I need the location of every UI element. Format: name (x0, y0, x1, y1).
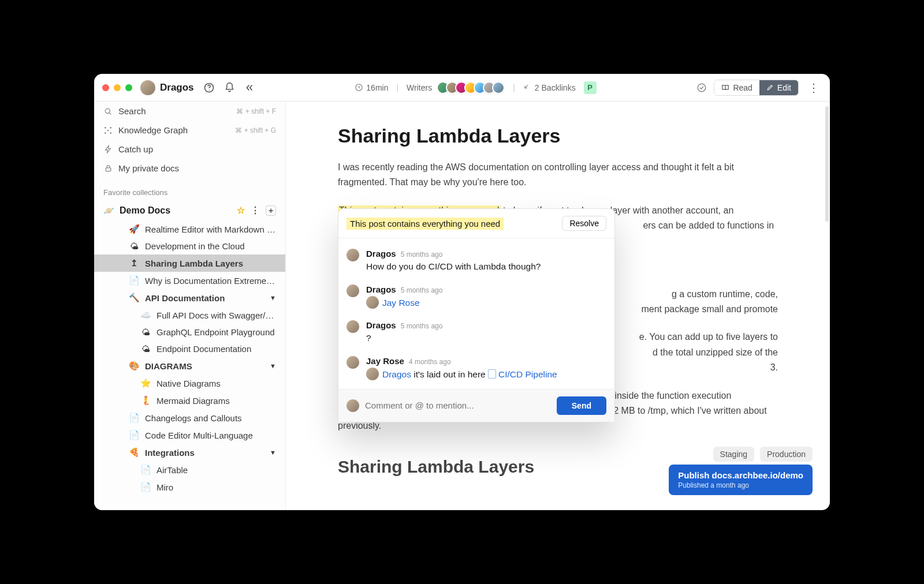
chevron-down-icon[interactable]: ▼ (270, 449, 276, 456)
tree-item[interactable]: 📄AirTable (94, 461, 285, 478)
send-button[interactable]: Send (557, 396, 606, 415)
doc-icon: ⭐ (140, 378, 151, 388)
add-doc-icon[interactable]: + (266, 205, 276, 216)
tree-item-label: AirTable (157, 465, 276, 475)
user-chip[interactable]: Dragos (140, 80, 194, 95)
doc-tree: 🚀Realtime Editor with Markdown Sho…🌤Deve… (94, 220, 285, 496)
svg-rect-10 (106, 168, 111, 171)
publish-banner[interactable]: Publish docs.archbee.io/demo Published a… (669, 465, 813, 495)
tree-item[interactable]: 🍕Integrations▼ (94, 444, 285, 461)
task-check-icon[interactable] (696, 83, 707, 93)
username: Dragos (160, 82, 194, 93)
user-mention[interactable]: Dragos (382, 369, 411, 379)
comment-author: Dragos (366, 284, 396, 294)
doc-icon: 📄 (129, 275, 139, 286)
header-right: Read Edit ⋮ (696, 80, 822, 96)
star-icon[interactable]: ☆ (237, 205, 245, 216)
svg-point-3 (698, 84, 706, 92)
notifications-icon[interactable] (224, 82, 235, 93)
avatar (366, 296, 379, 309)
search-button[interactable]: Search ⌘ + shift + F (94, 102, 285, 121)
avatar (366, 368, 379, 380)
svg-point-1 (208, 89, 209, 90)
help-icon[interactable] (203, 82, 215, 93)
tree-item-label: Endpoint Documentation (157, 344, 276, 354)
chevron-down-icon[interactable]: ▼ (270, 362, 276, 369)
resolve-button[interactable]: Resolve (562, 216, 606, 231)
svg-point-4 (105, 108, 110, 113)
tree-item[interactable]: 📄Why is Documentation Extremely I… (94, 272, 285, 289)
writers-label[interactable]: Writers (407, 83, 432, 92)
avatar (140, 80, 155, 95)
tree-item[interactable]: 📄Changelogs and Callouts (94, 409, 285, 426)
private-docs-button[interactable]: My private docs (94, 159, 285, 178)
read-mode-button[interactable]: Read (714, 80, 759, 95)
doc-icon: 📄 (129, 430, 139, 440)
comment-input[interactable] (365, 400, 551, 410)
window-controls (102, 84, 132, 91)
close-window-icon[interactable] (102, 84, 109, 91)
collection-icon: 🪐 (103, 205, 114, 216)
tag-production[interactable]: Production (760, 447, 813, 462)
sidebar: Search ⌘ + shift + F Knowledge Graph ⌘ +… (94, 102, 286, 510)
tree-item[interactable]: ☁️Full API Docs with Swagger/Op… (94, 306, 285, 324)
tree-item-label: Full API Docs with Swagger/Op… (157, 310, 276, 320)
doc-icon: 🌤 (129, 241, 139, 251)
comment-list: Dragos5 months agoHow do you do CI/CD wi… (338, 238, 614, 389)
tree-item-label: Code Editor Multi-Language (145, 430, 276, 440)
lightning-icon (103, 145, 113, 154)
tree-item[interactable]: 🎨DIAGRAMS▼ (94, 357, 285, 375)
comment: Jay Rose4 months agoDragos it's laid out… (346, 350, 606, 387)
comment-time: 5 months ago (401, 322, 443, 330)
tree-item-label: Changelogs and Callouts (145, 413, 276, 423)
doc-icon: 📄 (140, 465, 151, 475)
tree-item[interactable]: 📄Miro (94, 478, 285, 496)
doc-icon: 📄 (140, 482, 151, 492)
tree-item[interactable]: ⭐Native Diagrams (94, 375, 285, 392)
avatar (492, 81, 505, 94)
collection-header[interactable]: 🪐 Demo Docs ☆ ⋮ + (94, 200, 285, 220)
comment-author: Dragos (366, 320, 396, 330)
knowledge-graph-button[interactable]: Knowledge Graph ⌘ + shift + G (94, 121, 285, 140)
doc-icon: 🚀 (129, 224, 139, 234)
tree-item[interactable]: 🌤Development in the Cloud (94, 238, 285, 254)
comment-author: Dragos (366, 249, 396, 259)
comment-time: 5 months ago (401, 250, 443, 259)
tree-item-label: Miro (157, 482, 276, 492)
svg-point-9 (107, 129, 109, 131)
writers-avatars[interactable] (440, 81, 505, 94)
quoted-text: This post contains everything you need (346, 218, 504, 230)
collection-menu-icon[interactable]: ⋮ (251, 205, 260, 216)
comment: Dragos5 months agoHow do you do CI/CD wi… (346, 243, 606, 279)
tree-item[interactable]: 📄Code Editor Multi-Language (94, 426, 285, 444)
avatar (346, 399, 359, 412)
maximize-window-icon[interactable] (125, 84, 132, 91)
edit-mode-button[interactable]: Edit (759, 80, 798, 95)
svg-point-7 (105, 132, 106, 134)
collection-name: Demo Docs (120, 205, 170, 216)
minimize-window-icon[interactable] (114, 84, 121, 91)
favorites-section-label: Favorite collections (94, 178, 285, 200)
more-menu-icon[interactable]: ⋮ (806, 81, 822, 95)
graph-icon (103, 126, 113, 135)
backlinks-button[interactable]: 2 Backlinks (523, 83, 576, 92)
tree-item[interactable]: 🚀Realtime Editor with Markdown Sho… (94, 220, 285, 238)
tree-item-label: GraphQL Endpoint Playground (157, 327, 276, 337)
chevron-down-icon[interactable]: ▼ (270, 294, 276, 301)
doc-link[interactable]: CI/CD Pipeline (498, 369, 557, 379)
tag-staging[interactable]: Staging (713, 447, 754, 462)
tree-item[interactable]: 🔨API Documentation▼ (94, 289, 285, 306)
tree-item-label: DIAGRAMS (145, 361, 264, 371)
svg-point-6 (110, 127, 111, 129)
catch-up-button[interactable]: Catch up (94, 140, 285, 159)
collapse-sidebar-icon[interactable] (244, 83, 255, 93)
comment-header: This post contains everything you need R… (338, 209, 614, 238)
user-mention[interactable]: Jay Rose (382, 298, 420, 308)
tree-item[interactable]: ↥Sharing Lambda Layers (94, 254, 285, 272)
doc-icon: 🎨 (129, 361, 139, 371)
tree-item[interactable]: 🌤GraphQL Endpoint Playground (94, 324, 285, 340)
tree-item[interactable]: 🌤Endpoint Documentation (94, 340, 285, 357)
presence-badge[interactable]: P (584, 81, 597, 94)
reading-time: 16min (355, 83, 388, 92)
tree-item[interactable]: 🧜Mermaid Diagrams (94, 392, 285, 409)
